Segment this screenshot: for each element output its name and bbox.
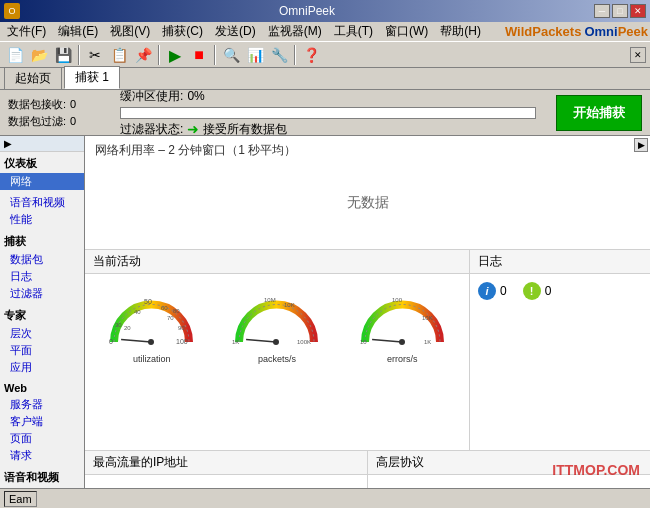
svg-text:100K: 100K — [297, 339, 311, 345]
toolbar-extra[interactable]: ✕ — [630, 47, 646, 63]
sidebar-item-filter[interactable]: 过滤器 — [0, 285, 84, 302]
toolbar-stop[interactable]: ■ — [188, 44, 210, 66]
filter-arrow-icon: ➜ — [187, 121, 199, 137]
sidebar: ▶ 仪表板 网络 语音和视频 性能 捕获 数据包 日志 过滤器 专家 层次 平面… — [0, 136, 85, 488]
buffer-progress — [120, 107, 536, 119]
gauge-util-label: utilization — [133, 354, 171, 364]
sidebar-item-network[interactable]: 网络 — [0, 173, 84, 190]
sidebar-section-av: 语音和视频 性能 — [0, 192, 84, 230]
filter-label: 过滤器状态: — [120, 121, 183, 138]
svg-line-18 — [372, 339, 402, 342]
toolbar-new[interactable]: 📄 — [4, 44, 26, 66]
svg-text:10K: 10K — [422, 315, 433, 321]
buffer-section: 缓冲区使用: 0% 过滤器状态: ➜ 接受所有数据包 — [120, 88, 536, 138]
svg-text:50: 50 — [144, 298, 152, 305]
toolbar-open[interactable]: 📂 — [28, 44, 50, 66]
menu-file[interactable]: 文件(F) — [2, 22, 51, 41]
sidebar-item-av[interactable]: 语音和视频 — [0, 194, 84, 211]
sidebar-header-voip: 语音和视频 — [0, 468, 84, 487]
scroll-right-btn[interactable]: ▶ — [634, 138, 648, 152]
svg-text:1K: 1K — [232, 339, 239, 345]
packets-filtered-value: 0 — [70, 115, 100, 127]
log-header: 日志 — [470, 250, 650, 274]
menu-send[interactable]: 发送(D) — [210, 22, 261, 41]
sidebar-item-client[interactable]: 客户端 — [0, 413, 84, 430]
svg-text:0: 0 — [109, 338, 113, 345]
sidebar-section-expert: 专家 层次 平面 应用 — [0, 304, 84, 378]
log-warn-item: ! 0 — [523, 282, 552, 300]
toolbar-copy[interactable]: 📋 — [108, 44, 130, 66]
svg-point-1 — [148, 339, 154, 345]
bottom-status-bar: Eam — [0, 488, 650, 508]
sidebar-item-perf[interactable]: 性能 — [0, 211, 84, 228]
sidebar-section-dashboard: 仪表板 网络 — [0, 152, 84, 192]
gauges-container: 0 50 100 20 70 60 80 90 40 30 utilizatio… — [85, 274, 469, 372]
toolbar-decode[interactable]: 🔧 — [268, 44, 290, 66]
log-warn-icon: ! — [523, 282, 541, 300]
svg-text:10K: 10K — [284, 302, 295, 308]
maximize-button[interactable]: □ — [612, 4, 628, 18]
close-button[interactable]: ✕ — [630, 4, 646, 18]
gauge-errors-label: errors/s — [387, 354, 418, 364]
tab-capture[interactable]: 捕获 1 — [64, 66, 120, 89]
toolbar-sep4 — [294, 45, 296, 65]
svg-point-19 — [399, 339, 405, 345]
log-content: i 0 ! 0 — [470, 274, 650, 308]
sidebar-item-layers[interactable]: 层次 — [0, 325, 84, 342]
sidebar-item-request[interactable]: 请求 — [0, 447, 84, 464]
gauge-packets-label: packets/s — [258, 354, 296, 364]
menu-edit[interactable]: 编辑(E) — [53, 22, 103, 41]
high-protocol-panel: 高层协议 — [368, 451, 650, 488]
toolbar-filter[interactable]: 🔍 — [220, 44, 242, 66]
toolbar-sep3 — [214, 45, 216, 65]
toolbar-cut[interactable]: ✂ — [84, 44, 106, 66]
svg-text:40: 40 — [134, 309, 141, 315]
sidebar-item-call[interactable]: 呼叫 — [0, 487, 84, 488]
toolbar-stats[interactable]: 📊 — [244, 44, 266, 66]
toolbar-paste[interactable]: 📌 — [132, 44, 154, 66]
toolbar-save[interactable]: 💾 — [52, 44, 74, 66]
svg-text:1K: 1K — [424, 339, 431, 345]
sidebar-collapse[interactable]: ▶ — [0, 136, 84, 152]
toolbar-capture[interactable]: ▶ — [164, 44, 186, 66]
log-info-count: 0 — [500, 284, 507, 298]
svg-text:10M: 10M — [264, 297, 276, 303]
sidebar-item-log[interactable]: 日志 — [0, 268, 84, 285]
toolbar-sep2 — [158, 45, 160, 65]
svg-line-12 — [247, 339, 277, 342]
tab-start[interactable]: 起始页 — [4, 67, 62, 89]
menu-view[interactable]: 视图(V) — [105, 22, 155, 41]
sidebar-item-server[interactable]: 服务器 — [0, 396, 84, 413]
sidebar-item-page[interactable]: 页面 — [0, 430, 84, 447]
filter-status-value: 接受所有数据包 — [203, 121, 287, 138]
menu-tools[interactable]: 工具(T) — [329, 22, 378, 41]
svg-text:10: 10 — [360, 339, 367, 345]
log-info-item: i 0 — [478, 282, 507, 300]
sidebar-header-capture: 捕获 — [0, 232, 84, 251]
high-protocol-header: 高层协议 — [368, 451, 650, 475]
menu-capture[interactable]: 捕获(C) — [157, 22, 208, 41]
top-ip-header: 最高流量的IP地址 — [85, 451, 367, 475]
sidebar-section-web: Web 服务器 客户端 页面 请求 — [0, 378, 84, 466]
bottom-status-text: Eam — [4, 491, 37, 507]
packets-received-value: 0 — [70, 98, 100, 110]
sidebar-section-capture: 捕获 数据包 日志 过滤器 — [0, 230, 84, 304]
menu-help[interactable]: 帮助(H) — [435, 22, 486, 41]
main-area: ▶ 仪表板 网络 语音和视频 性能 捕获 数据包 日志 过滤器 专家 层次 平面… — [0, 136, 650, 488]
toolbar-help[interactable]: ❓ — [300, 44, 322, 66]
sidebar-item-packets[interactable]: 数据包 — [0, 251, 84, 268]
menu-monitor[interactable]: 监视器(M) — [263, 22, 327, 41]
sidebar-section-voip: 语音和视频 呼叫 媒体 对等 — [0, 466, 84, 488]
svg-text:100: 100 — [176, 338, 188, 345]
gauge-packets: 1K 10M 100K 10K packets/s — [229, 282, 324, 364]
packets-received-label: 数据包接收: — [8, 97, 66, 112]
start-capture-button[interactable]: 开始捕获 — [556, 95, 642, 131]
menu-window[interactable]: 窗口(W) — [380, 22, 433, 41]
network-title: 网络利用率 – 2 分钟窗口（1 秒平均） — [95, 142, 640, 159]
toolbar-sep1 — [78, 45, 80, 65]
activity-log-panels: 当前活动 — [85, 250, 650, 450]
minimize-button[interactable]: ─ — [594, 4, 610, 18]
sidebar-item-app[interactable]: 应用 — [0, 359, 84, 376]
title-bar: O OmniPeek ─ □ ✕ — [0, 0, 650, 22]
sidebar-item-flat[interactable]: 平面 — [0, 342, 84, 359]
